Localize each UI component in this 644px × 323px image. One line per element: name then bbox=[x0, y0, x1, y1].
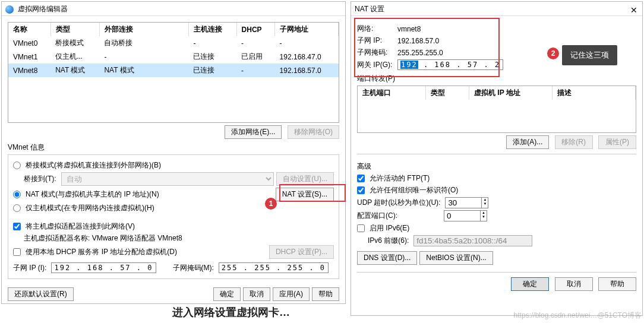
udp-timeout-label: UDP 超时(以秒为单位)(U): bbox=[357, 198, 440, 208]
pf-col-type: 类型 bbox=[426, 86, 469, 100]
remove-network-button[interactable]: 移除网络(O) bbox=[288, 125, 339, 139]
bridge-radio[interactable] bbox=[13, 162, 21, 169]
bridge-to-label: 桥接到(T): bbox=[24, 174, 56, 184]
ok-button[interactable]: 确定 bbox=[511, 277, 549, 291]
footer-text: 进入网络设置虚拟网卡… bbox=[172, 305, 290, 319]
col-type: 类型 bbox=[50, 23, 99, 36]
port-forward-label: 端口转发(P) bbox=[357, 74, 636, 84]
nat-settings-button[interactable]: NAT 设置(S)... bbox=[276, 188, 334, 201]
uid-label: 允许任何组织唯一标识符(O) bbox=[370, 185, 458, 195]
help-button[interactable]: 帮助 bbox=[312, 287, 339, 301]
table-row[interactable]: VMnet1仅主机...-已连接已启用192.168.47.0 bbox=[8, 50, 339, 64]
netbios-settings-button[interactable]: NetBIOS 设置(N)... bbox=[419, 251, 493, 265]
ipv6-prefix-label: IPv6 前缀(6): bbox=[368, 236, 409, 246]
ok-button[interactable]: 确定 bbox=[213, 287, 241, 301]
pf-col-vmip: 虚拟机 IP 地址 bbox=[469, 86, 553, 100]
col-host: 主机连接 bbox=[188, 23, 236, 36]
col-name: 名称 bbox=[8, 23, 50, 36]
subnet-ip-value: 192.168.57.0 bbox=[397, 37, 439, 45]
uid-checkbox[interactable] bbox=[357, 186, 365, 194]
table-row[interactable]: VMnet8NAT 模式NAT 模式已连接-192.168.57.0 bbox=[8, 64, 339, 77]
dialog-title: 虚拟网络编辑器 bbox=[18, 5, 68, 13]
globe-icon bbox=[5, 5, 14, 14]
network-label: 网络: bbox=[357, 24, 393, 34]
hostonly-radio-label: 仅主机模式(在专用网络内连接虚拟机)(H) bbox=[26, 203, 154, 213]
spinner-down-icon[interactable]: ▼ bbox=[481, 215, 487, 219]
spinner-up-icon[interactable]: ▲ bbox=[482, 198, 488, 202]
col-dhcp: DHCP bbox=[236, 23, 275, 36]
pf-col-desc: 描述 bbox=[553, 86, 636, 100]
col-subnet: 子网地址 bbox=[275, 23, 339, 36]
subnet-mask-input[interactable]: 255 . 255 . 255 . 0 bbox=[219, 262, 329, 273]
restore-defaults-button[interactable]: 还原默认设置(R) bbox=[8, 287, 74, 301]
annotation-marker-1: 1 bbox=[265, 198, 277, 210]
subnet-ip-input[interactable]: 192 . 168 . 57 . 0 bbox=[51, 262, 156, 273]
network-value: vmnet8 bbox=[397, 25, 421, 33]
hostonly-radio[interactable] bbox=[13, 204, 21, 212]
subnet-mask-label: 子网掩码(M): bbox=[173, 263, 214, 273]
udp-timeout-spinner[interactable]: ▲▼ bbox=[445, 197, 488, 208]
local-dhcp-label: 使用本地 DHCP 服务将 IP 地址分配给虚拟机(D) bbox=[26, 247, 267, 257]
titlebar: 虚拟网络编辑器 bbox=[2, 2, 345, 16]
subnet-mask-value: 255.255.255.0 bbox=[397, 49, 443, 57]
nat-radio[interactable] bbox=[13, 191, 21, 198]
config-port-label: 配置端口(C): bbox=[357, 211, 439, 221]
add-button[interactable]: 添加(A)... bbox=[506, 135, 549, 149]
gateway-ip-input[interactable]: 192 . 168 . 57 . 2 bbox=[397, 59, 503, 70]
table-header-row: 名称 类型 外部连接 主机连接 DHCP 子网地址 bbox=[8, 23, 339, 36]
subnet-ip-label: 子网 IP: bbox=[357, 36, 393, 46]
dialog-title: NAT 设置 bbox=[355, 5, 384, 13]
vmnet-table[interactable]: 名称 类型 外部连接 主机连接 DHCP 子网地址 VMnet0桥接模式自动桥接… bbox=[8, 22, 339, 123]
col-ext: 外部连接 bbox=[99, 23, 188, 36]
cancel-button[interactable]: 取消 bbox=[555, 277, 593, 291]
add-network-button[interactable]: 添加网络(E)... bbox=[225, 125, 282, 139]
gateway-label: 网关 IP(G): bbox=[357, 60, 393, 70]
bridge-to-select[interactable]: 自动 bbox=[61, 172, 274, 186]
titlebar: NAT 设置 ✕ bbox=[351, 2, 642, 16]
vmnet-info-label: VMnet 信息 bbox=[8, 142, 339, 153]
nat-radio-label: NAT 模式(与虚拟机共享主机的 IP 地址)(N) bbox=[26, 189, 273, 200]
config-port-spinner[interactable]: ▲▼ bbox=[444, 210, 487, 221]
left-content: 名称 类型 外部连接 主机连接 DHCP 子网地址 VMnet0桥接模式自动桥接… bbox=[2, 16, 345, 309]
help-button[interactable]: 帮助 bbox=[598, 277, 636, 291]
watermark: https://blog.csdn.net/wei…@51CTO博客 bbox=[514, 311, 642, 321]
advanced-label: 高级 bbox=[357, 162, 636, 172]
dhcp-settings-button[interactable]: DHCP 设置(P)... bbox=[269, 245, 334, 259]
ipv6-label: 启用 IPv6(E) bbox=[370, 223, 409, 233]
port-forward-table[interactable]: 主机端口 类型 虚拟机 IP 地址 描述 bbox=[357, 86, 636, 133]
annotation-tooltip: 记住这三项 bbox=[562, 45, 617, 65]
annotation-marker-2: 2 bbox=[547, 48, 559, 59]
ipv6-checkbox[interactable] bbox=[357, 224, 365, 232]
ipv6-prefix-input[interactable] bbox=[413, 235, 532, 246]
connect-host-checkbox[interactable] bbox=[13, 223, 21, 230]
ftp-checkbox[interactable] bbox=[357, 175, 365, 182]
properties-button[interactable]: 属性(P) bbox=[598, 135, 636, 149]
table-row[interactable]: VMnet0桥接模式自动桥接--- bbox=[8, 36, 339, 50]
close-icon[interactable]: ✕ bbox=[630, 3, 637, 17]
virtual-network-editor-dialog: 虚拟网络编辑器 名称 类型 外部连接 主机连接 DHCP 子网地址 VMnet0… bbox=[1, 1, 346, 304]
subnet-ip-label: 子网 IP (I): bbox=[13, 263, 46, 273]
ftp-label: 允许活动的 FTP(T) bbox=[370, 173, 430, 183]
connect-host-label: 将主机虚拟适配器连接到此网络(V) bbox=[26, 221, 135, 232]
host-adapter-label: 主机虚拟适配器名称: VMware 网络适配器 VMnet8 bbox=[24, 233, 182, 243]
auto-settings-button[interactable]: 自动设置(U)... bbox=[276, 172, 334, 186]
subnet-mask-label: 子网掩码: bbox=[357, 48, 393, 58]
spinner-down-icon[interactable]: ▼ bbox=[482, 202, 488, 206]
remove-button[interactable]: 移除(R) bbox=[555, 135, 593, 149]
spinner-up-icon[interactable]: ▲ bbox=[481, 211, 487, 215]
pf-col-hostport: 主机端口 bbox=[358, 86, 426, 100]
cancel-button[interactable]: 取消 bbox=[243, 287, 270, 301]
bridge-radio-label: 桥接模式(将虚拟机直接连接到外部网络)(B) bbox=[26, 160, 161, 170]
apply-button[interactable]: 应用(A) bbox=[273, 287, 310, 301]
local-dhcp-checkbox[interactable] bbox=[13, 248, 21, 256]
dns-settings-button[interactable]: DNS 设置(D)... bbox=[357, 251, 417, 265]
